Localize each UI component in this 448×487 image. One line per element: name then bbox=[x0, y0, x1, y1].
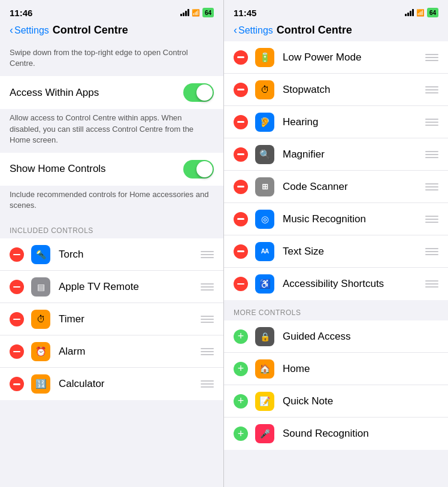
hearing-drag-handle[interactable] bbox=[425, 119, 438, 126]
add-quicknote-button[interactable] bbox=[234, 394, 248, 409]
soundrec-icon: 🎤 bbox=[260, 429, 270, 438]
list-item[interactable]: ◎ Music Recognition bbox=[224, 203, 448, 235]
remove-torch-button[interactable] bbox=[10, 247, 24, 262]
wifi-icon: 📶 bbox=[192, 9, 200, 17]
remove-timer-button[interactable] bbox=[10, 312, 24, 326]
codescanner-icon-box: ⊞ bbox=[255, 177, 274, 196]
quicknote-icon-box: 📝 bbox=[255, 392, 274, 411]
codescanner-drag-handle[interactable] bbox=[425, 183, 438, 190]
codescanner-label: Code Scanner bbox=[283, 181, 425, 193]
list-item[interactable]: ⏰ Alarm bbox=[0, 335, 223, 368]
remove-textsize-button[interactable] bbox=[234, 244, 248, 259]
list-item[interactable]: 🔒 Guided Access bbox=[224, 320, 448, 353]
list-item[interactable]: ⏱ Timer bbox=[0, 303, 223, 335]
add-soundrec-button[interactable] bbox=[234, 426, 248, 441]
included-controls-header: INCLUDED CONTROLS bbox=[0, 218, 223, 238]
access-within-apps-label: Access Within Apps bbox=[10, 87, 99, 99]
list-item[interactable]: ⊞ Code Scanner bbox=[224, 171, 448, 203]
guidedaccess-icon: 🔒 bbox=[260, 332, 270, 341]
right-status-bar: 11:45 📶 64 bbox=[224, 0, 448, 22]
show-home-controls-description: Include recommended controls for Home ac… bbox=[0, 186, 223, 218]
add-home-button[interactable] bbox=[234, 362, 248, 376]
torch-icon: 🔦 bbox=[36, 250, 46, 259]
stopwatch-icon: ⏱ bbox=[261, 84, 270, 95]
right-signal-icon bbox=[405, 9, 414, 16]
torch-drag-handle[interactable] bbox=[201, 251, 214, 258]
appletv-drag-handle[interactable] bbox=[201, 283, 214, 291]
alarm-label: Alarm bbox=[59, 346, 201, 358]
musicrec-label: Music Recognition bbox=[283, 213, 425, 225]
stopwatch-drag-handle[interactable] bbox=[425, 86, 438, 93]
list-item[interactable]: 🔍 Magnifier bbox=[224, 138, 448, 171]
guidedaccess-label: Guided Access bbox=[283, 331, 438, 343]
add-guidedaccess-button[interactable] bbox=[234, 329, 248, 344]
textsize-icon: AA bbox=[261, 248, 268, 255]
remove-calculator-button[interactable] bbox=[10, 377, 24, 391]
left-time: 11:46 bbox=[10, 8, 32, 18]
quicknote-icon: 📝 bbox=[259, 396, 271, 407]
list-item[interactable]: 🔋 Low Power Mode bbox=[224, 41, 448, 74]
list-item[interactable]: 🏠 Home bbox=[224, 353, 448, 385]
right-nav-bar: ‹ Settings Control Centre bbox=[224, 22, 448, 41]
list-item[interactable]: ⏱ Stopwatch bbox=[224, 74, 448, 106]
more-controls-list: 🔒 Guided Access 🏠 Home 📝 Quick Note 🎤 bbox=[224, 320, 448, 450]
home-icon-box: 🏠 bbox=[255, 359, 274, 379]
stopwatch-label: Stopwatch bbox=[283, 84, 425, 96]
alarm-drag-handle[interactable] bbox=[201, 348, 214, 355]
alarm-icon: ⏰ bbox=[35, 346, 47, 357]
remove-musicrec-button[interactable] bbox=[234, 212, 248, 226]
included-controls-list: 🔦 Torch ▤ Apple TV Remote ⏱ Timer bbox=[0, 238, 223, 400]
left-page-title: Control Centre bbox=[53, 24, 128, 37]
right-status-icons: 📶 64 bbox=[405, 8, 438, 17]
right-time: 11:45 bbox=[234, 8, 256, 18]
remove-lowpower-button[interactable] bbox=[234, 50, 248, 65]
soundrec-icon-box: 🎤 bbox=[255, 424, 274, 443]
remove-alarm-button[interactable] bbox=[10, 344, 24, 359]
remove-magnifier-button[interactable] bbox=[234, 147, 248, 162]
accessibility-drag-handle[interactable] bbox=[425, 280, 438, 288]
musicrec-icon-box: ◎ bbox=[255, 210, 274, 229]
show-home-controls-row: Show Home Controls bbox=[0, 153, 223, 186]
list-item[interactable]: AA Text Size bbox=[224, 235, 448, 268]
list-item[interactable]: 📝 Quick Note bbox=[224, 385, 448, 418]
lowpower-label: Low Power Mode bbox=[283, 52, 425, 63]
back-label: Settings bbox=[14, 25, 49, 36]
hearing-label: Hearing bbox=[283, 116, 425, 128]
right-wifi-icon: 📶 bbox=[416, 9, 425, 17]
lowpower-icon: 🔋 bbox=[259, 52, 271, 63]
magnifier-drag-handle[interactable] bbox=[425, 151, 438, 158]
lowpower-drag-handle[interactable] bbox=[425, 54, 438, 61]
show-home-controls-toggle[interactable] bbox=[183, 160, 214, 179]
remove-hearing-button[interactable] bbox=[234, 115, 248, 129]
stopwatch-icon-box: ⏱ bbox=[255, 80, 274, 99]
right-back-label: Settings bbox=[238, 25, 273, 36]
list-item[interactable]: ♿ Accessibility Shortcuts bbox=[224, 268, 448, 300]
remove-appletv-button[interactable] bbox=[10, 280, 24, 294]
list-item[interactable]: 🎤 Sound Recognition bbox=[224, 418, 448, 450]
textsize-icon-box: AA bbox=[255, 242, 274, 261]
musicrec-drag-handle[interactable] bbox=[425, 216, 438, 223]
right-back-arrow-icon: ‹ bbox=[234, 24, 237, 37]
timer-drag-handle[interactable] bbox=[201, 316, 214, 323]
remove-codescanner-button[interactable] bbox=[234, 180, 248, 194]
left-description: Swipe down from the top-right edge to op… bbox=[0, 41, 223, 76]
list-item[interactable]: ▤ Apple TV Remote bbox=[0, 271, 223, 303]
list-item[interactable]: 🦻 Hearing bbox=[224, 106, 448, 138]
timer-label: Timer bbox=[59, 313, 201, 325]
list-item[interactable]: 🔦 Torch bbox=[0, 238, 223, 271]
access-within-apps-toggle[interactable] bbox=[183, 83, 214, 102]
soundrec-label: Sound Recognition bbox=[283, 428, 438, 440]
list-item[interactable]: 🔢 Calculator bbox=[0, 368, 223, 400]
alarm-icon-box: ⏰ bbox=[31, 342, 50, 361]
home-icon: 🏠 bbox=[259, 364, 271, 374]
access-within-apps-card: Access Within Apps bbox=[0, 76, 223, 109]
calculator-label: Calculator bbox=[59, 378, 201, 390]
remove-stopwatch-button[interactable] bbox=[234, 83, 248, 97]
calculator-drag-handle[interactable] bbox=[201, 380, 214, 388]
battery-icon: 64 bbox=[202, 8, 214, 17]
remove-accessibility-button[interactable] bbox=[234, 277, 248, 291]
right-page-title: Control Centre bbox=[277, 24, 352, 37]
left-back-button[interactable]: ‹ Settings bbox=[10, 24, 49, 37]
right-back-button[interactable]: ‹ Settings bbox=[234, 24, 273, 37]
textsize-drag-handle[interactable] bbox=[425, 248, 438, 255]
